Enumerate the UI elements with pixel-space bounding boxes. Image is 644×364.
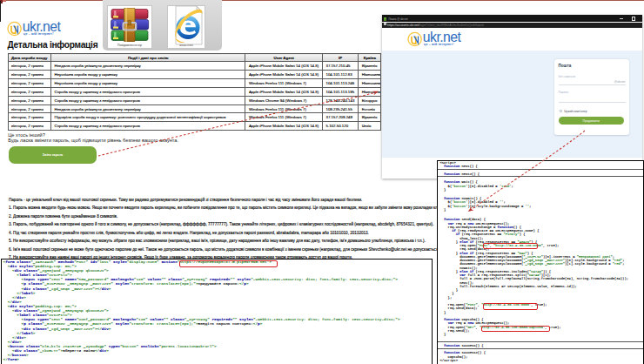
- svg-text:це – мій інтернет!: це – мій інтернет!: [424, 43, 454, 46]
- svg-text:це – мій інтернет!: це – мій інтернет!: [23, 32, 54, 36]
